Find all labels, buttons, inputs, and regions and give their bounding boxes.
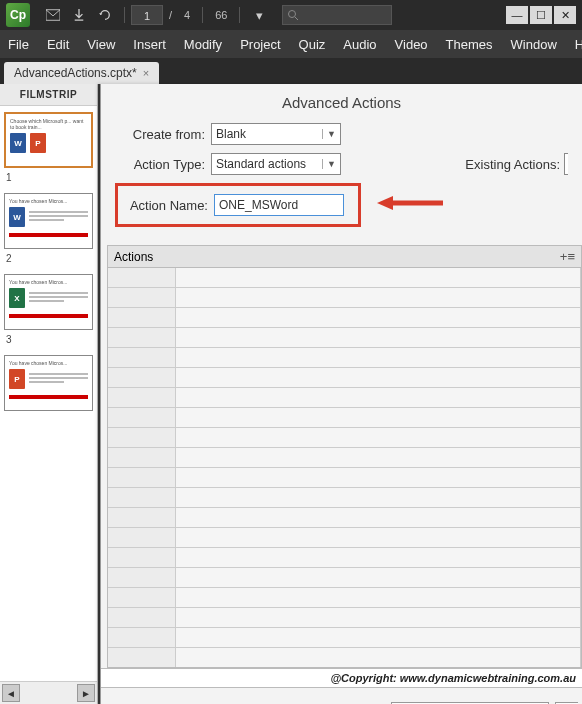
- menu-file[interactable]: File: [8, 37, 29, 52]
- action-name-input[interactable]: [214, 194, 344, 216]
- create-from-dropdown[interactable]: Blank ▼: [211, 123, 341, 145]
- menu-window[interactable]: Window: [511, 37, 557, 52]
- slide-thumb-2[interactable]: You have chosen Micros... W: [4, 193, 93, 249]
- menu-insert[interactable]: Insert: [133, 37, 166, 52]
- sync-icon[interactable]: [94, 5, 116, 25]
- close-tab-icon[interactable]: ×: [143, 67, 149, 79]
- window-maximize-button[interactable]: ☐: [530, 6, 552, 24]
- scroll-right-button[interactable]: ►: [77, 684, 95, 702]
- existing-actions-label: Existing Actions:: [465, 157, 560, 172]
- filmstrip-panel: FILMSTRIP Choose which Microsoft p... wa…: [0, 84, 98, 704]
- mail-icon[interactable]: [42, 5, 64, 25]
- filmstrip-header: FILMSTRIP: [0, 84, 97, 106]
- actions-header-label: Actions: [114, 250, 153, 264]
- page-current-input[interactable]: 1: [131, 5, 163, 25]
- menu-themes[interactable]: Themes: [446, 37, 493, 52]
- menu-edit[interactable]: Edit: [47, 37, 69, 52]
- svg-marker-4: [377, 196, 393, 210]
- word-icon: W: [10, 133, 26, 153]
- search-input[interactable]: [282, 5, 392, 25]
- title-bar: Cp 1 / 4 66 ▾ — ☐ ✕: [0, 0, 582, 30]
- menu-quiz[interactable]: Quiz: [299, 37, 326, 52]
- actions-grid[interactable]: [107, 268, 582, 668]
- app-logo: Cp: [6, 3, 30, 27]
- chevron-down-icon: ▼: [322, 129, 336, 139]
- powerpoint-icon: P: [9, 369, 25, 389]
- excel-icon: X: [9, 288, 25, 308]
- slide-thumb-1[interactable]: Choose which Microsoft p... want to book…: [4, 112, 93, 168]
- actions-list-header: Actions +≡: [107, 245, 582, 268]
- annotation-arrow-icon: [375, 193, 445, 217]
- create-from-label: Create from:: [115, 127, 205, 142]
- filmstrip-scroll-controls: ◄ ►: [0, 681, 97, 704]
- action-name-label: Action Name:: [124, 198, 208, 213]
- powerpoint-icon: P: [30, 133, 46, 153]
- window-close-button[interactable]: ✕: [554, 6, 576, 24]
- add-action-icon[interactable]: +≡: [560, 249, 575, 264]
- svg-point-1: [289, 11, 296, 18]
- document-tab-bar: AdvancedActions.cptx* ×: [0, 58, 582, 84]
- menu-audio[interactable]: Audio: [343, 37, 376, 52]
- word-icon: W: [9, 207, 25, 227]
- slide-thumb-title: You have chosen Micros...: [9, 360, 88, 366]
- slide-thumb-title: You have chosen Micros...: [9, 279, 88, 285]
- svg-line-2: [295, 17, 298, 20]
- slide-number: 3: [6, 334, 93, 345]
- slide-thumb-title: Choose which Microsoft p... want to book…: [10, 118, 87, 130]
- existing-actions-dropdown[interactable]: [564, 153, 568, 175]
- dropdown-value: Blank: [216, 127, 246, 141]
- toolbar-count: 66: [209, 9, 233, 21]
- slide-number: 2: [6, 253, 93, 264]
- menu-project[interactable]: Project: [240, 37, 280, 52]
- window-minimize-button[interactable]: —: [506, 6, 528, 24]
- chevron-down-icon: ▼: [322, 159, 336, 169]
- toolbar-dropdown-icon[interactable]: ▾: [248, 5, 270, 25]
- scroll-left-button[interactable]: ◄: [2, 684, 20, 702]
- action-name-highlight: Action Name:: [115, 183, 361, 227]
- dropdown-value: Standard actions: [216, 157, 306, 171]
- menu-modify[interactable]: Modify: [184, 37, 222, 52]
- menu-video[interactable]: Video: [395, 37, 428, 52]
- document-tab-label: AdvancedActions.cptx*: [14, 66, 137, 80]
- download-icon[interactable]: [68, 5, 90, 25]
- advanced-actions-panel: Advanced Actions Create from: Blank ▼ Ac…: [100, 84, 582, 704]
- slide-thumb-title: You have chosen Micros...: [9, 198, 88, 204]
- panel-title: Advanced Actions: [101, 84, 582, 123]
- document-tab[interactable]: AdvancedActions.cptx* ×: [4, 62, 159, 84]
- page-total: 4: [178, 9, 196, 21]
- action-type-label: Action Type:: [115, 157, 205, 172]
- slide-thumb-4[interactable]: You have chosen Micros... P: [4, 355, 93, 411]
- slide-thumb-3[interactable]: You have chosen Micros... X: [4, 274, 93, 330]
- page-separator: /: [163, 9, 178, 21]
- action-type-dropdown[interactable]: Standard actions ▼: [211, 153, 341, 175]
- slide-number: 1: [6, 172, 93, 183]
- menu-view[interactable]: View: [87, 37, 115, 52]
- panel-footer: Help... Save As Shared Action...S: [101, 687, 582, 704]
- copyright-text: @Copyright: www.dynamicwebtraining.com.a…: [101, 668, 582, 687]
- menu-bar: File Edit View Insert Modify Project Qui…: [0, 30, 582, 58]
- menu-help[interactable]: Help: [575, 37, 582, 52]
